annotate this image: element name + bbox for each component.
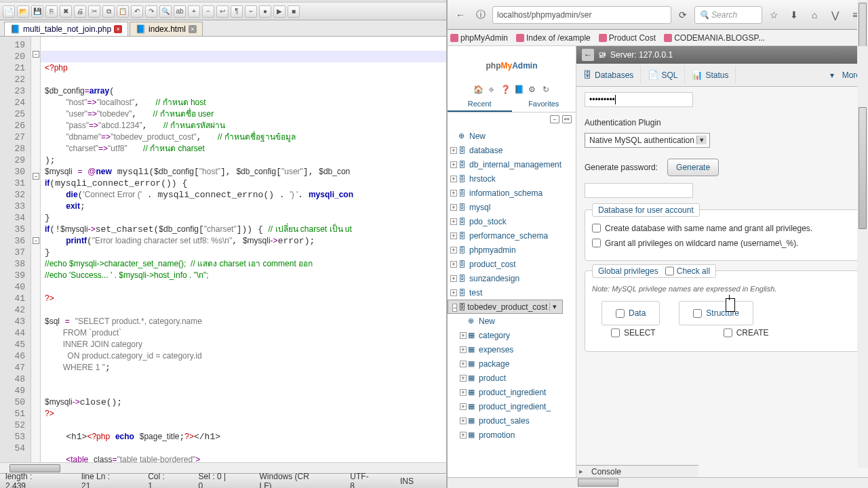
back-icon[interactable]: ←	[452, 6, 469, 24]
pma-content: ← 🖳 Server: 127.0.0.1 🗄Databases 📄SQL 📊S…	[576, 46, 868, 477]
pma-tabs: 🗄Databases 📄SQL 📊Status ▾ More	[576, 64, 868, 87]
mouse-cursor-icon	[726, 298, 735, 312]
auth-plugin-select[interactable]: Native MySQL authentication	[585, 133, 710, 148]
save-all-icon[interactable]: ⎘	[45, 5, 58, 18]
identity-icon[interactable]: ⓘ	[472, 6, 490, 24]
tree-item[interactable]: −🗄tobedev_product_cost	[448, 300, 563, 314]
tree-item[interactable]: +🗄test	[448, 285, 576, 300]
tree-item[interactable]: +🗄product_cost	[448, 257, 576, 271]
bookmark-index[interactable]: Index of /example	[516, 33, 591, 43]
logout-icon[interactable]: ⎆	[487, 85, 496, 94]
browser-hscroll[interactable]	[448, 477, 868, 488]
data-priv-box: Data	[601, 301, 660, 325]
password-field[interactable]: •••••••••	[585, 92, 693, 107]
show-all-icon[interactable]: ¶	[231, 5, 243, 18]
bookmark-bar: phpMyAdmin Index of /example Product Cos…	[448, 30, 868, 46]
recent-tab[interactable]: Recent	[448, 98, 512, 112]
tree-item[interactable]: +🗄pdo_stock	[448, 214, 576, 228]
tree-item[interactable]: +🗄sunzandesign	[448, 271, 576, 285]
tree-item[interactable]: +▦product_ingredient_	[448, 399, 576, 413]
tree-item[interactable]: +🗄performance_schema	[448, 228, 576, 243]
macro-stop-icon[interactable]: ■	[288, 5, 300, 18]
reload-icon[interactable]: ⟳	[674, 6, 692, 24]
tree-item[interactable]: +▦product_sales	[448, 413, 576, 428]
print-icon[interactable]: 🖨	[74, 5, 86, 18]
tree-item[interactable]: +🗄db_internal_management	[448, 157, 576, 171]
zoom-out-icon[interactable]: −	[202, 5, 214, 18]
collapse-all-icon[interactable]: −	[550, 115, 559, 123]
macro-play-icon[interactable]: ▶	[273, 5, 285, 18]
redo-icon[interactable]: ↷	[145, 5, 157, 18]
tree-item[interactable]: +🗄phpmyadmin	[448, 243, 576, 257]
tree-item[interactable]: ⊕New	[448, 129, 576, 143]
home-icon[interactable]: ⌂	[806, 6, 823, 24]
downloads-icon[interactable]: ⬇	[785, 6, 803, 24]
create-db-checkbox[interactable]: Create database with same name and grant…	[592, 222, 852, 235]
tree-item[interactable]: +🗄mysql	[448, 200, 576, 214]
tree-item[interactable]: +▦product	[448, 371, 576, 385]
generated-password-field[interactable]	[585, 183, 693, 198]
tab-index-html[interactable]: 📘 index.html ×	[130, 22, 203, 36]
tree-item[interactable]: +▦expenses	[448, 342, 576, 357]
sql-docs-icon[interactable]: 📘	[514, 85, 524, 94]
home-nav-icon[interactable]: 🏠	[473, 85, 483, 94]
status-eol: Windows (CR LF)	[260, 472, 323, 489]
create-priv[interactable]: CREATE	[724, 328, 769, 338]
tab-sql[interactable]: 📄SQL	[641, 66, 685, 84]
tab-multi-table[interactable]: 📘 multi_table_not_join.php ×	[4, 22, 128, 36]
tree-item[interactable]: ⊕New	[448, 314, 576, 328]
copy-icon[interactable]: ⧉	[102, 5, 115, 18]
tab-close-icon[interactable]: ×	[189, 25, 197, 33]
generate-button[interactable]: Generate	[667, 159, 719, 176]
tab-close-icon[interactable]: ×	[114, 25, 122, 33]
tree-item[interactable]: +🗄information_schema	[448, 186, 576, 200]
tab-label: index.html	[149, 24, 186, 34]
link-icon[interactable]: ⚯	[562, 115, 572, 123]
url-text: localhost/phpmyadmin/ser	[497, 10, 591, 20]
new-file-icon[interactable]: 📄	[3, 5, 15, 18]
open-file-icon[interactable]: 📂	[17, 5, 29, 18]
tree-item[interactable]: +▦product_ingredient	[448, 385, 576, 399]
close-icon[interactable]: ✖	[60, 5, 72, 18]
bookmark-codemania[interactable]: CODEMANIA.BLOGSP...	[664, 33, 765, 43]
find-icon[interactable]: 🔍	[159, 5, 172, 18]
pma-vscroll[interactable]	[857, 46, 868, 468]
zoom-in-icon[interactable]: +	[188, 5, 200, 18]
tree-item[interactable]: +🗄database	[448, 143, 576, 157]
paste-icon[interactable]: 📋	[117, 5, 129, 18]
console-bar[interactable]: Console	[576, 465, 698, 477]
favorites-tab[interactable]: Favorites	[512, 98, 576, 112]
tree-item[interactable]: +🗄hrstock	[448, 171, 576, 186]
indent-guide-icon[interactable]: ⫟	[245, 5, 257, 18]
tree-item[interactable]: +▦category	[448, 328, 576, 342]
undo-icon[interactable]: ↶	[131, 5, 143, 18]
check-all[interactable]: Check all	[665, 266, 710, 276]
docs-icon[interactable]: ❓	[500, 85, 510, 94]
reload-nav-icon[interactable]: ↻	[541, 85, 551, 94]
search-bar[interactable]: 🔍 Search	[694, 6, 762, 24]
replace-icon[interactable]: ab	[174, 5, 186, 18]
browser-toolbar: ← ⓘ localhost/phpmyadmin/ser ⟳ 🔍 Search …	[448, 0, 868, 30]
bookmark-pma[interactable]: phpMyAdmin	[450, 33, 508, 43]
tree-item[interactable]: +▦package	[448, 357, 576, 371]
nav-collapse-icon[interactable]: ←	[582, 49, 594, 61]
settings-icon[interactable]: ⚙	[528, 85, 537, 94]
tree-item[interactable]: +▦promotion	[448, 428, 576, 442]
macro-start-icon[interactable]: ●	[259, 5, 271, 18]
pma-logo: phpMyAdmin	[486, 56, 537, 72]
url-bar[interactable]: localhost/phpmyadmin/ser	[492, 6, 671, 24]
code-editor-window: 📄 📂 💾 ⎘ ✖ 🖨 ✂ ⧉ 📋 ↶ ↷ 🔍 ab + − ↩ ¶ ⫟ ● ▶…	[0, 0, 448, 488]
select-priv[interactable]: SELECT	[611, 328, 656, 338]
bookmark-star-icon[interactable]: ☆	[765, 6, 783, 24]
sql-icon: 📄	[648, 70, 658, 80]
code-area[interactable]: <?php $db_config=array( "host"=>"localho…	[41, 37, 446, 462]
grant-wildcard-checkbox[interactable]: Grant all privileges on wildcard name (u…	[592, 237, 852, 249]
tab-status[interactable]: 📊Status	[685, 66, 736, 84]
cut-icon[interactable]: ✂	[88, 5, 100, 18]
pocket-icon[interactable]: ⋁	[826, 6, 844, 24]
bookmark-product[interactable]: Product Cost	[599, 33, 656, 43]
tab-databases[interactable]: 🗄Databases	[576, 66, 641, 84]
db-user-fieldset: Database for user account Create databas…	[585, 209, 860, 261]
save-icon[interactable]: 💾	[31, 5, 43, 18]
word-wrap-icon[interactable]: ↩	[216, 5, 229, 18]
